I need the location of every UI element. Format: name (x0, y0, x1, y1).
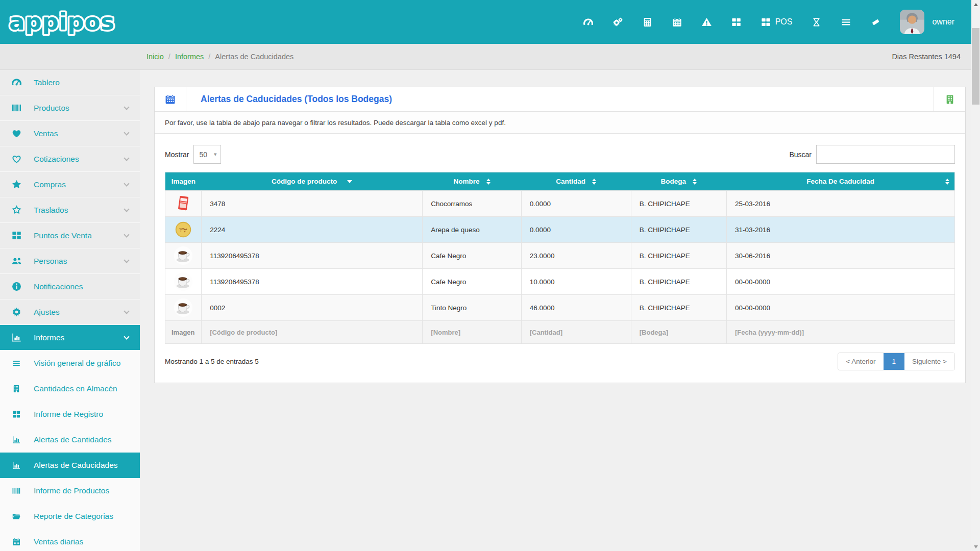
folder-icon (10, 512, 22, 521)
informes-submenu: Visión general de gráfico Cantidades en … (0, 350, 140, 551)
eraser-icon[interactable] (870, 17, 881, 28)
sort-desc-icon (347, 180, 352, 183)
breadcrumb-informes[interactable]: Informes (175, 53, 204, 61)
chevron-down-icon (124, 104, 129, 110)
col-cantidad[interactable]: Cantidad (521, 172, 631, 191)
cogs-icon[interactable] (612, 17, 623, 28)
calculator-icon[interactable] (642, 17, 653, 28)
table-row[interactable]: 3478 Chocorramos 0.0000 B. CHIPICHAPE 25… (165, 191, 955, 217)
submenu-item-informe-productos[interactable]: Informe de Productos (0, 478, 140, 504)
breadcrumb-current: Alertas de Caducidades (215, 53, 293, 61)
filter-cantidad-input[interactable]: [Cantidad] (521, 321, 631, 344)
submenu-item-vision-general[interactable]: Visión general de gráfico (0, 350, 140, 376)
search-input[interactable] (816, 145, 955, 164)
calendar-icon[interactable] (672, 17, 682, 28)
col-codigo-de-producto[interactable]: Código de producto (202, 172, 423, 191)
sidebar-item-compras[interactable]: Compras (0, 172, 140, 197)
sort-icon (945, 179, 949, 185)
table-row[interactable]: 1139206495378 Cafe Negro 10.0000 B. CHIP… (165, 269, 955, 295)
pagination: < Anterior 1 Siguiente > (838, 353, 955, 370)
info-text: Por favor, use la tabla de abajo para na… (155, 112, 965, 134)
pagination-next[interactable]: Siguiente > (904, 353, 954, 370)
scroll-up-arrow[interactable] (971, 0, 980, 9)
content-area: Alertas de Caducidades (Todos los Bodega… (140, 70, 980, 551)
table-controls: Mostrar 50 ▾ Buscar (165, 145, 955, 164)
table-footer: Mostrando 1 a 5 de entradas 5 < Anterior… (165, 353, 955, 370)
table-row[interactable]: 1139206495378 Cafe Negro 23.0000 B. CHIP… (165, 243, 955, 269)
svg-text:appipos: appipos (9, 8, 115, 35)
gear-icon (10, 307, 22, 317)
filter-nombre-input[interactable]: [Nombre] (423, 321, 521, 344)
sidebar-item-puntos-de-venta[interactable]: Puntos de Venta (0, 223, 140, 248)
sort-icon (693, 179, 697, 185)
tachometer-icon[interactable] (583, 17, 594, 28)
submenu-item-ventas-diarias[interactable]: Ventas diarias (0, 529, 140, 551)
avatar[interactable] (900, 10, 924, 34)
breadcrumb-home[interactable]: Inicio (146, 53, 164, 61)
filter-fecha-input[interactable]: [Fecha (yyyy-mm-dd)] (726, 321, 954, 344)
barcode-icon (10, 103, 22, 113)
scroll-thumb[interactable] (972, 28, 979, 105)
user-menu[interactable]: owner (932, 17, 954, 27)
filter-codigo-input[interactable]: [Código de producto] (202, 321, 423, 344)
sidebar-item-ventas[interactable]: Ventas (0, 121, 140, 146)
chevron-down-icon (124, 257, 129, 263)
pagination-page-1[interactable]: 1 (884, 353, 905, 370)
sidebar-item-productos[interactable]: Productos (0, 95, 140, 121)
sidebar-item-ajustes[interactable]: Ajustes (0, 299, 140, 325)
building-icon (10, 384, 22, 393)
heart-icon (10, 128, 22, 139)
show-label: Mostrar (165, 151, 189, 159)
expiry-table: Imagen Código de producto Nombre Cantida… (165, 172, 955, 344)
sidebar-item-notificaciones[interactable]: Notificaciones (0, 274, 140, 299)
filter-bodega-input[interactable]: [Bodega] (631, 321, 726, 344)
sidebar: Tablero Productos Ventas Cotizaciones Co… (0, 70, 140, 551)
sidebar-item-tablero[interactable]: Tablero (0, 70, 140, 95)
sidebar-item-traslados[interactable]: Traslados (0, 197, 140, 223)
scroll-down-arrow[interactable] (971, 542, 980, 551)
chevron-down-icon (124, 206, 129, 212)
submenu-item-cantidades-almacen[interactable]: Cantidades en Almacén (0, 376, 140, 402)
entries-summary: Mostrando 1 a 5 de entradas 5 (165, 358, 259, 365)
pagination-prev[interactable]: < Anterior (838, 353, 883, 370)
table-header-row: Imagen Código de producto Nombre Cantida… (165, 172, 955, 191)
product-image-coffee (174, 272, 193, 291)
hourglass-icon[interactable] (811, 17, 822, 28)
sidebar-item-informes[interactable]: Informes (0, 325, 140, 350)
col-fecha-de-caducidad[interactable]: Fecha De Caducidad (726, 172, 954, 191)
submenu-item-alertas-caducidades[interactable]: Alertas de Caducidades (0, 453, 140, 478)
pos-button[interactable]: POS (761, 17, 793, 28)
chevron-down-icon (124, 181, 129, 186)
list-icon[interactable] (841, 17, 851, 28)
star-icon (10, 179, 22, 190)
scrollbar[interactable] (971, 0, 980, 551)
page-size-select[interactable]: 50 ▾ (193, 145, 221, 164)
table-row[interactable]: 0002 Tinto Negro 46.0000 B. CHIPICHAPE 0… (165, 295, 955, 321)
sidebar-item-cotizaciones[interactable]: Cotizaciones (0, 146, 140, 172)
submenu-item-alertas-cantidades[interactable]: Alertas de Cantidades (0, 427, 140, 453)
apps-grid-icon[interactable] (731, 17, 742, 28)
table-row-selected[interactable]: 2224 Arepa de queso 0.0000 B. CHIPICHAPE… (165, 217, 955, 243)
export-button[interactable] (934, 87, 965, 111)
sort-icon (486, 179, 491, 185)
search-label: Buscar (789, 151, 812, 159)
col-imagen: Imagen (165, 172, 202, 191)
submenu-item-reporte-categorias[interactable]: Reporte de Categorias (0, 504, 140, 529)
bar-chart-icon (10, 332, 22, 343)
sidebar-item-personas[interactable]: Personas (0, 248, 140, 274)
col-bodega[interactable]: Bodega (631, 172, 726, 191)
users-icon (10, 256, 22, 266)
top-header: appipos POS owner (0, 0, 980, 44)
page-title: Alertas de Caducidades (Todos los Bodega… (186, 87, 934, 111)
col-nombre[interactable]: Nombre (423, 172, 521, 191)
warning-icon[interactable] (701, 17, 712, 28)
header-icon-bar: POS owner (583, 0, 954, 44)
calendar-icon (155, 87, 186, 111)
star-outline-icon (10, 205, 22, 215)
breadcrumb-bar: Inicio/Informes/Alertas de Caducidades D… (0, 44, 980, 70)
chevron-down-icon (124, 232, 129, 237)
submenu-item-informe-registro[interactable]: Informe de Registro (0, 402, 140, 427)
chevron-down-icon (124, 334, 129, 339)
app-logo[interactable]: appipos (7, 6, 118, 38)
filter-imagen-label: Imagen (165, 321, 202, 344)
